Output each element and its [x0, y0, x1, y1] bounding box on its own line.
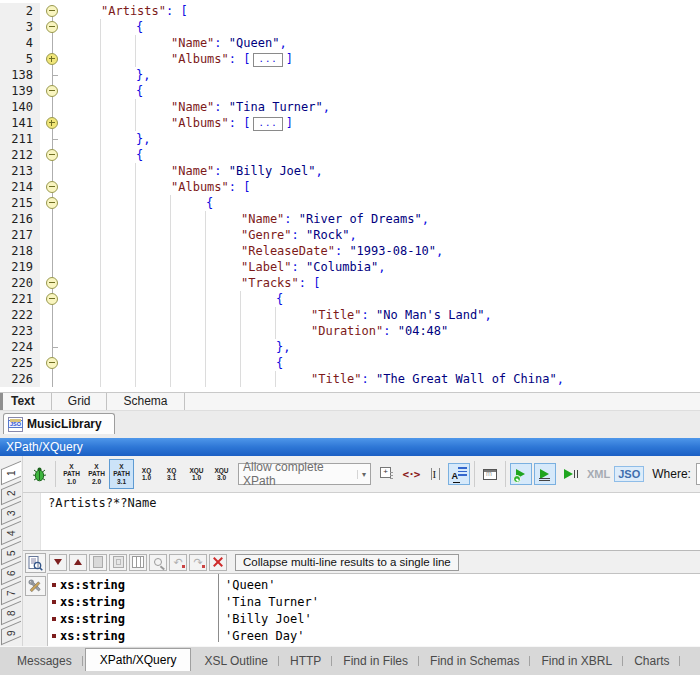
- xpath-version-button-xqu-3.0[interactable]: XQU3.0: [209, 459, 234, 489]
- fold-gutter: [40, 99, 66, 115]
- line-number: 226: [0, 371, 40, 387]
- collapse-region-icon[interactable]: [46, 149, 58, 161]
- code-token: {: [206, 196, 213, 210]
- markup-tags-icon[interactable]: <·>: [400, 463, 422, 485]
- next-result-icon[interactable]: [49, 554, 67, 571]
- code-token: : [: [299, 276, 321, 290]
- result-value: 'Billy Joel': [218, 612, 312, 626]
- magnifier-icon[interactable]: [149, 554, 167, 571]
- json-mode-button[interactable]: JSO: [614, 466, 644, 482]
- xml-mode-label[interactable]: XML: [587, 468, 610, 480]
- code-line: 2"Artists": [: [0, 3, 700, 19]
- xpath-completion-dropdown[interactable]: Allow complete XPath ▾: [238, 463, 371, 485]
- fold-gutter: [40, 131, 66, 147]
- evaluate-on-typing-icon[interactable]: [534, 463, 556, 485]
- result-row[interactable]: xs:string'Billy Joel': [48, 610, 700, 627]
- settings-tools-icon[interactable]: [25, 576, 46, 596]
- insert-plus-icon[interactable]: [376, 463, 398, 485]
- scope-dropdown[interactable]: Current f: [696, 463, 700, 485]
- code-line: 225{: [0, 355, 700, 371]
- xpath-expression-editor[interactable]: ?Artists?*?Name: [23, 493, 700, 551]
- collapse-region-icon[interactable]: [46, 197, 58, 209]
- fold-gutter: [40, 35, 66, 51]
- collapse-region-icon[interactable]: [46, 181, 58, 193]
- text-cursor-icon[interactable]: [424, 463, 446, 485]
- json-file-icon: JSO: [8, 417, 23, 432]
- expression-tab-number: 7: [6, 590, 17, 596]
- code-token: :: [383, 324, 397, 338]
- expand-region-icon[interactable]: [46, 117, 58, 129]
- xpath-version-button-x-path-2.0[interactable]: XPATH2.0: [84, 459, 109, 489]
- code-token: ]: [286, 52, 293, 66]
- result-row[interactable]: xs:string'Green Day': [48, 627, 700, 644]
- output-tab-find-in-schemas[interactable]: Find in Schemas: [419, 651, 530, 671]
- collapse-region-icon[interactable]: [46, 21, 58, 33]
- output-tab-find-in-xbrl[interactable]: Find in XBRL: [530, 651, 623, 671]
- clear-results-icon[interactable]: [209, 554, 227, 571]
- collapse-results-button[interactable]: Collapse multi-line results to a single …: [235, 554, 459, 571]
- collapse-region-icon[interactable]: [46, 5, 58, 17]
- code-line: 141"Albums": [...]: [0, 115, 700, 131]
- code-token: "Title": [311, 372, 362, 386]
- output-tab-messages[interactable]: Messages: [6, 651, 83, 671]
- result-row[interactable]: xs:string'Tina Turner': [48, 593, 700, 610]
- collapse-region-icon[interactable]: [46, 357, 58, 369]
- debugger-bug-icon[interactable]: [26, 459, 52, 489]
- xpath-version-button-x-path-1.0[interactable]: XPATH1.0: [59, 459, 84, 489]
- collapse-region-icon[interactable]: [46, 85, 58, 97]
- collapse-region-icon[interactable]: [46, 277, 58, 289]
- where-label: Where:: [652, 467, 691, 481]
- collapsed-region-box[interactable]: ...: [253, 53, 282, 67]
- expression-tab-number: 3: [6, 510, 17, 516]
- view-tab-grid[interactable]: Grid: [52, 393, 108, 410]
- jump-back-icon[interactable]: ↶: [169, 554, 187, 571]
- copy-icon[interactable]: [89, 554, 107, 571]
- json-text-editor[interactable]: 2"Artists": [3{4"Name": "Queen",5"Albums…: [0, 0, 700, 392]
- expand-region-icon[interactable]: [46, 53, 58, 65]
- code-token: "04:48": [398, 324, 449, 338]
- output-tab-find-in-files[interactable]: Find in Files: [332, 651, 419, 671]
- validate-document-icon[interactable]: [25, 553, 46, 573]
- expression-tab-number: 6: [6, 570, 17, 576]
- fold-connector-line: [52, 371, 53, 387]
- xpath-version-button-xqu-1.0[interactable]: XQU1.0: [184, 459, 209, 489]
- view-tab-text[interactable]: Text: [0, 393, 52, 410]
- window-icon[interactable]: [479, 463, 501, 485]
- fold-gutter: [40, 275, 66, 291]
- text-list-icon[interactable]: A: [448, 463, 470, 485]
- output-tab-charts[interactable]: Charts: [623, 651, 680, 671]
- collapsed-region-box[interactable]: ...: [253, 117, 282, 131]
- view-tab-schema[interactable]: Schema: [107, 393, 184, 410]
- output-tab-http[interactable]: HTTP: [279, 651, 332, 671]
- output-tab-xsl-outline[interactable]: XSL Outline: [193, 651, 279, 671]
- copy-all-icon[interactable]: [109, 554, 127, 571]
- xpath-expression[interactable]: ?Artists?*?Name: [48, 496, 156, 510]
- xpath-version-button-x-path-3.1[interactable]: XPATH3.1: [109, 459, 134, 489]
- expression-tab-number: 8: [6, 610, 17, 616]
- columns-icon[interactable]: [129, 554, 147, 571]
- xpath-version-button-xq-3.1[interactable]: XQ3.1: [159, 459, 184, 489]
- collapse-region-icon[interactable]: [46, 293, 58, 305]
- expression-tab-9[interactable]: 9: [1, 621, 21, 645]
- line-number: 138: [0, 67, 40, 83]
- code-token: ,: [323, 100, 330, 114]
- line-number: 225: [0, 355, 40, 371]
- mode-label-line: 1.0: [67, 478, 76, 486]
- jump-forward-icon[interactable]: ↷: [189, 554, 207, 571]
- evaluate-icon[interactable]: [558, 463, 580, 485]
- result-row[interactable]: xs:string'Queen': [48, 576, 700, 593]
- code-text: },: [66, 339, 290, 355]
- expression-tab-number: 9: [6, 630, 17, 636]
- code-text: "Albums": [: [66, 179, 250, 195]
- document-tab[interactable]: JSOMusicLibrary: [3, 413, 115, 434]
- evaluate-check-icon[interactable]: [510, 463, 532, 485]
- previous-result-icon[interactable]: [69, 554, 87, 571]
- json-file-icon-label: JSO: [8, 420, 23, 428]
- mode-label-line: 1.0: [192, 474, 201, 482]
- results-list[interactable]: xs:string'Queen'xs:string'Tina Turner'xs…: [47, 573, 700, 646]
- xpath-version-button-xq-1.0[interactable]: XQ1.0: [134, 459, 159, 489]
- fold-gutter: [40, 147, 66, 163]
- result-bullet-icon: [48, 583, 60, 587]
- code-token: :: [214, 36, 228, 50]
- output-tab-xpath-xquery[interactable]: XPath/XQuery: [85, 648, 192, 671]
